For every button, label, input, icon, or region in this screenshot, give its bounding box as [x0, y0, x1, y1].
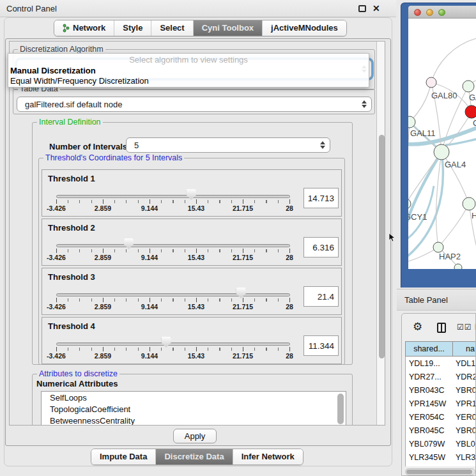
tab-jactivemnodules[interactable]: jActiveMNodules [262, 20, 346, 36]
zoom-traffic-light-icon[interactable] [438, 9, 445, 16]
tick-label: 9.144 [141, 204, 158, 212]
tick-major [150, 347, 150, 351]
threshold-row-4: Threshold 4 -3.4262.8599.14415.4321.7152… [42, 317, 342, 364]
table-row[interactable]: YER054CYER0 [406, 410, 476, 424]
tick-label: 21.715 [233, 352, 253, 360]
tick-major [289, 199, 290, 204]
panel-scrollbar-thumb[interactable] [379, 135, 385, 358]
table-row[interactable]: YPR145WYPR1 [406, 397, 476, 410]
threshold-2-value[interactable]: 6.316 [303, 237, 339, 257]
cell-name: YIL0 [452, 466, 476, 467]
network-window-titlebar[interactable] [408, 6, 476, 19]
cell-shared-name: YBL079W [406, 440, 452, 449]
tick-label: 21.715 [233, 303, 253, 311]
apply-button[interactable]: Apply [173, 429, 217, 443]
tab-discretize-data[interactable]: Discretize Data [155, 449, 232, 464]
node-bottom[interactable] [454, 264, 462, 269]
network-window: GAL80 GA C GAL11 GAL4 GCY1 H HAP2 [401, 3, 476, 288]
table-row[interactable]: YBL079WYBL0 [406, 437, 476, 450]
column-header-shared-name[interactable]: shared... [405, 341, 453, 357]
tick-major [56, 347, 57, 351]
tick-label: 28 [286, 352, 293, 360]
network-graph: GAL80 GA C GAL11 GAL4 GCY1 H HAP2 [408, 19, 476, 269]
tab-cyni-toolbox[interactable]: Cyni Toolbox [193, 20, 262, 36]
tick-major [196, 249, 197, 253]
table-row[interactable]: YBR043CYBR0 [406, 383, 476, 397]
slider-scale: -3.4262.8599.14415.4321.71528 [42, 318, 341, 364]
attribute-list-item[interactable]: TopologicalCoefficient [42, 403, 346, 415]
threshold-4-value[interactable]: 11.344 [303, 335, 339, 356]
table-row[interactable]: YDR27...YDR2 [406, 370, 476, 383]
number-of-intervals-combobox[interactable]: 5 [126, 137, 330, 153]
tick-label: -3.426 [47, 204, 66, 212]
node-hap2[interactable] [433, 242, 443, 252]
node-low-right[interactable] [463, 197, 475, 210]
tick-label: 28 [286, 303, 293, 311]
tab-network[interactable]: Network [54, 20, 114, 36]
table-panel-title: Table Panel [404, 295, 448, 305]
panel-vertical-scrollbar[interactable] [376, 42, 385, 426]
node-label-partial-low: H [472, 211, 476, 220]
algorithm-dropdown-popup: Select algorithm to view settings Manual… [8, 53, 369, 88]
attribute-list-item[interactable]: BetweennessCentrality [42, 415, 346, 426]
tick-major [56, 249, 57, 253]
tab-impute-data[interactable]: Impute Data [91, 449, 155, 464]
columns-icon[interactable] [437, 323, 446, 333]
table-hscrollbar-thumb[interactable] [406, 470, 472, 474]
threshold-row-3: Threshold 3 -3.4262.8599.14415.4321.7152… [42, 268, 342, 315]
tick-major [196, 199, 197, 204]
close-traffic-light-icon[interactable] [414, 9, 421, 16]
tick-label: 28 [286, 254, 293, 261]
threshold-1-value[interactable]: 14.713 [303, 188, 339, 208]
table-panel: ⚙ ☑☑ ☑ shared... na YDL19...YDL1YDR27...… [401, 313, 476, 476]
select-columns-checkboxes-icon[interactable]: ☑☑ ☑ [457, 323, 476, 332]
float-window-icon[interactable] [358, 5, 366, 12]
network-canvas[interactable]: GAL80 GA C GAL11 GAL4 GCY1 H HAP2 [408, 19, 476, 269]
tick-major [150, 199, 150, 204]
threshold-3-value[interactable]: 21.4 [303, 286, 339, 307]
cell-shared-name: YER054C [406, 413, 452, 422]
table-data-combobox-value: galFiltered.sif default node [25, 100, 122, 109]
attributes-list-scrollbar[interactable] [337, 394, 344, 424]
table-data-combobox[interactable]: galFiltered.sif default node [17, 96, 372, 112]
dropdown-item-manual-discretization[interactable]: Manual Discretization [10, 66, 96, 75]
combo-arrows-icon [362, 100, 367, 108]
tick-label: -3.426 [47, 254, 66, 261]
minimize-traffic-light-icon[interactable] [426, 9, 433, 16]
column-header-name[interactable]: na [453, 341, 476, 357]
tick-major [103, 347, 104, 351]
threshold-row-2: Threshold 2 -3.4262.8599.14415.4321.7152… [42, 219, 342, 266]
number-of-intervals-value: 5 [134, 141, 139, 150]
table-horizontal-scrollbar[interactable] [405, 468, 475, 475]
tick-major [196, 347, 197, 351]
dropdown-item-equal-width-frequency[interactable]: Equal Width/Frequency Discretization [10, 76, 149, 86]
tick-major [196, 298, 197, 302]
table-row[interactable]: YBR045CYBR0 [406, 424, 476, 437]
close-icon[interactable]: ✕ [372, 3, 380, 13]
table-row[interactable]: YLR345WYLR3 [406, 450, 476, 464]
table-header: shared... na [405, 341, 476, 357]
tab-select[interactable]: Select [151, 20, 192, 36]
node-top-right[interactable] [463, 81, 474, 92]
node-gal4[interactable] [434, 144, 449, 160]
screen: Control Panel ✕ Network Style Select Cyn… [0, 0, 476, 476]
slider-scale: -3.4262.8599.14415.4321.71528 [42, 219, 341, 265]
node-label-gal4: GAL4 [445, 160, 466, 169]
tick-major [289, 249, 290, 253]
gear-icon[interactable]: ⚙ [413, 320, 422, 334]
tab-style[interactable]: Style [114, 20, 151, 36]
node-label-hap2: HAP2 [439, 252, 461, 261]
node-selected-red[interactable] [465, 105, 476, 118]
tick-label: 21.715 [233, 204, 253, 212]
node-gal80[interactable] [426, 77, 436, 88]
cell-shared-name: YLR345W [406, 453, 452, 462]
table-row[interactable]: YDL19...YDL1 [406, 357, 476, 370]
numerical-attributes-list[interactable]: SelfLoopsTopologicalCoefficientBetweenne… [41, 391, 346, 426]
tick-label: 9.144 [141, 303, 158, 311]
attribute-list-item[interactable]: SelfLoops [42, 392, 346, 403]
cell-shared-name: YDR27... [406, 372, 452, 381]
tab-infer-network[interactable]: Infer Network [233, 449, 303, 464]
numerical-attributes-label: Numerical Attributes [36, 379, 118, 388]
table-row[interactable]: YIL052CYIL0 [406, 464, 476, 466]
node-gcy1[interactable] [408, 199, 411, 209]
